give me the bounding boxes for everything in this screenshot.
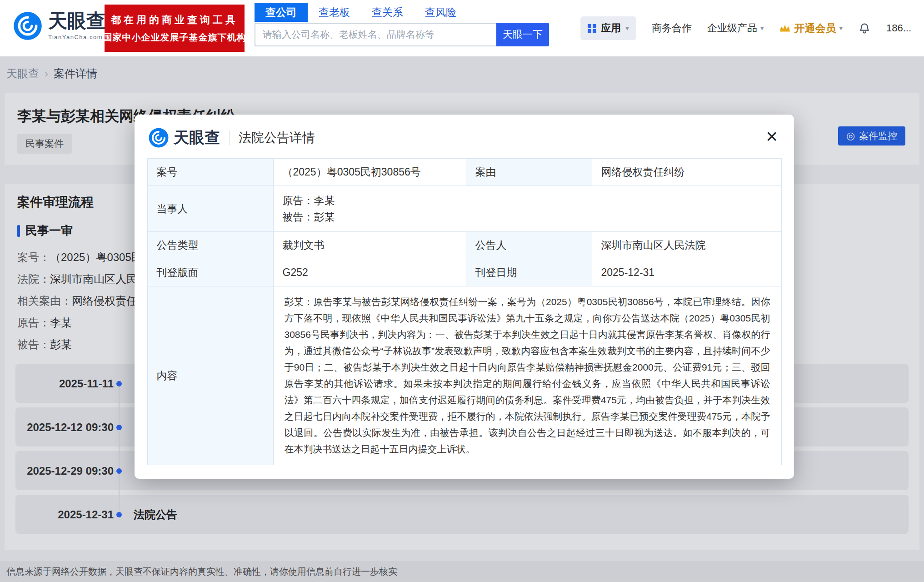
label-content: 内容 — [147, 286, 273, 465]
apps-label: 应用 — [601, 21, 621, 35]
party-defendant: 被告：彭某 — [283, 209, 772, 225]
banner-line2: 国家中小企业发展子基金旗下机构 — [103, 31, 246, 44]
search-tab-boss[interactable]: 查老板 — [308, 3, 361, 22]
search-area: 查公司 查老板 查关系 查风险 天眼一下 — [255, 3, 549, 46]
tianyancha-logo[interactable]: 天眼查 TianYanCha.com — [13, 11, 105, 41]
tianyancha-case-detail-page: 天眼查 TianYanCha.com 都在用的商业查询工具 国家中小企业发展子基… — [0, 0, 924, 582]
account-phone[interactable]: 186... — [886, 22, 911, 34]
chevron-down-icon: ▾ — [625, 24, 629, 32]
court-announcement-modal: 天眼查 法院公告详情 × 案号 （2025）粤0305民初30856号 案由 网… — [135, 115, 794, 479]
table-row-content: 内容 彭某：原告李某与被告彭某网络侵权责任纠纷一案，案号为（2025）粤0305… — [147, 286, 781, 465]
label-announcer: 公告人 — [466, 232, 592, 259]
table-row-page-date: 刊登版面 G252 刊登日期 2025-12-31 — [147, 259, 781, 286]
apps-grid-icon — [588, 24, 596, 33]
label-parties: 当事人 — [147, 186, 273, 232]
apps-menu[interactable]: 应用 ▾ — [580, 16, 636, 40]
value-announcer: 深圳市南山区人民法院 — [592, 232, 781, 259]
announcement-table: 案号 （2025）粤0305民初30856号 案由 网络侵权责任纠纷 当事人 原… — [147, 158, 782, 465]
bell-icon — [858, 22, 871, 35]
value-announcement-type: 裁判文书 — [273, 232, 466, 259]
tianyancha-logo-icon — [13, 11, 43, 41]
label-publication-date: 刊登日期 — [466, 259, 592, 286]
search-tab-company[interactable]: 查公司 — [255, 3, 308, 22]
cooperation-label: 商务合作 — [652, 21, 692, 35]
search-tab-risk[interactable]: 查风险 — [414, 3, 467, 22]
modal-title: 法院公告详情 — [239, 129, 315, 146]
notification-bell[interactable] — [858, 22, 871, 35]
value-cause: 网络侵权责任纠纷 — [592, 159, 781, 186]
enterprise-label: 企业级产品 — [707, 21, 757, 35]
chevron-down-icon: ▾ — [839, 24, 843, 32]
table-row-type-announcer: 公告类型 裁判文书 公告人 深圳市南山区人民法院 — [147, 232, 781, 259]
label-cause: 案由 — [466, 159, 592, 186]
modal-logo-wordmark: 天眼查 — [174, 127, 220, 148]
table-row-caseno-cause: 案号 （2025）粤0305民初30856号 案由 网络侵权责任纠纷 — [147, 159, 781, 186]
search-button[interactable]: 天眼一下 — [496, 23, 549, 46]
top-header: 天眼查 TianYanCha.com 都在用的商业查询工具 国家中小企业发展子基… — [0, 0, 924, 56]
party-plaintiff: 原告：李某 — [283, 192, 772, 209]
nav-item-vip[interactable]: 开通会员 ▾ — [779, 21, 843, 35]
nav-item-cooperation[interactable]: 商务合作 — [652, 21, 692, 35]
logo-wordmark: 天眼查 — [48, 11, 105, 30]
announcement-content-text: 彭某：原告李某与被告彭某网络侵权责任纠纷一案，案号为（2025）粤0305民初3… — [285, 294, 770, 457]
logo-domain: TianYanCha.com — [48, 34, 105, 40]
close-icon[interactable]: × — [766, 126, 778, 146]
banner-line1: 都在用的商业查询工具 — [111, 13, 238, 27]
search-box: 天眼一下 — [255, 23, 549, 46]
modal-header-divider — [229, 130, 230, 145]
modal-tianyancha-logo: 天眼查 — [148, 127, 220, 148]
label-announcement-type: 公告类型 — [147, 232, 273, 259]
value-content: 彭某：原告李某与被告彭某网络侵权责任纠纷一案，案号为（2025）粤0305民初3… — [273, 286, 781, 465]
value-publication-date: 2025-12-31 — [592, 259, 781, 286]
modal-header: 天眼查 法院公告详情 × — [135, 115, 794, 158]
chevron-down-icon: ▾ — [760, 24, 764, 32]
value-parties: 原告：李某 被告：彭某 — [273, 186, 781, 232]
promo-banner: 都在用的商业查询工具 国家中小企业发展子基金旗下机构 — [105, 5, 245, 52]
value-publication-page: G252 — [273, 259, 466, 286]
vip-label: 开通会员 — [794, 21, 836, 35]
logo-text-block: 天眼查 TianYanCha.com — [48, 11, 105, 40]
crown-icon — [779, 23, 791, 33]
label-case-number: 案号 — [147, 159, 273, 186]
tianyancha-logo-icon — [148, 127, 169, 148]
nav-item-enterprise[interactable]: 企业级产品 ▾ — [707, 21, 764, 35]
search-input[interactable] — [255, 23, 496, 46]
search-tab-relation[interactable]: 查关系 — [361, 3, 414, 22]
header-nav: 应用 ▾ 商务合作 企业级产品 ▾ 开通会员 ▾ — [580, 16, 911, 40]
search-tabs: 查公司 查老板 查关系 查风险 — [255, 3, 549, 22]
table-row-parties: 当事人 原告：李某 被告：彭某 — [147, 186, 781, 232]
value-case-number: （2025）粤0305民初30856号 — [273, 159, 466, 186]
label-publication-page: 刊登版面 — [147, 259, 273, 286]
